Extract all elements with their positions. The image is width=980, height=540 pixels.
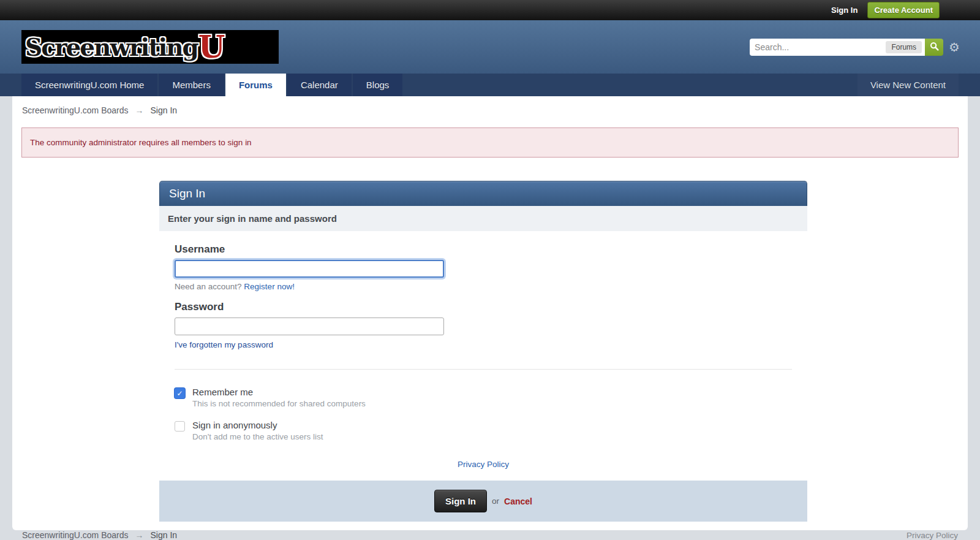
- sign-in-form: Username Need an account? Register now! …: [159, 231, 807, 469]
- footer-breadcrumb-arrow-icon: →: [135, 530, 144, 540]
- anonymous-row: Sign in anonymously Don't add me to the …: [175, 420, 792, 441]
- anonymous-label[interactable]: Sign in anonymously: [192, 420, 323, 430]
- username-label: Username: [175, 243, 792, 256]
- view-new-content-button[interactable]: View New Content: [858, 74, 959, 96]
- breadcrumb-current: Sign In: [151, 105, 178, 115]
- remember-me-label[interactable]: Remember me: [192, 387, 366, 397]
- form-footer-bar: Sign In or Cancel: [159, 481, 807, 522]
- or-text: or: [492, 496, 499, 506]
- panel-title: Sign In: [159, 181, 807, 206]
- cancel-link[interactable]: Cancel: [504, 496, 532, 506]
- nav-item-calendar[interactable]: Calendar: [287, 74, 352, 96]
- footer-privacy-policy-link[interactable]: Privacy Policy: [907, 531, 958, 540]
- logo-accent-letter: U: [198, 32, 225, 63]
- register-help-text: Need an account? Register now!: [175, 282, 792, 291]
- breadcrumb: ScreenwritingU.com Boards → Sign In: [12, 96, 968, 123]
- breadcrumb-root-link[interactable]: ScreenwritingU.com Boards: [22, 105, 129, 115]
- footer-breadcrumb-current: Sign In: [151, 530, 178, 540]
- privacy-policy-row: Privacy Policy: [175, 460, 792, 469]
- search-input[interactable]: [755, 42, 882, 52]
- primary-nav: ScreenwritingU.com Home Members Forums C…: [0, 74, 980, 96]
- search-scope-selector[interactable]: Forums: [886, 41, 922, 53]
- panel-subtitle: Enter your sign in name and password: [159, 206, 807, 231]
- footer-breadcrumb-root-link[interactable]: ScreenwritingU.com Boards: [22, 530, 129, 540]
- create-account-button[interactable]: Create Account: [867, 2, 940, 18]
- nav-item-blogs[interactable]: Blogs: [353, 74, 403, 96]
- site-header: Screenwriting U Forums ⚙: [0, 20, 980, 74]
- remember-me-row: ✓ Remember me This is not recommended fo…: [175, 387, 792, 408]
- remember-me-checkbox[interactable]: ✓: [175, 388, 185, 398]
- sign-in-submit-button[interactable]: Sign In: [434, 490, 487, 512]
- main-content: ScreenwritingU.com Boards → Sign In The …: [12, 96, 968, 530]
- breadcrumb-arrow-icon: →: [135, 105, 144, 115]
- logo-text: Screenwriting: [25, 33, 198, 61]
- nav-item-forums[interactable]: Forums: [225, 74, 286, 96]
- register-help-prefix: Need an account?: [175, 282, 242, 291]
- search-icon: [930, 42, 939, 53]
- nav-item-members[interactable]: Members: [159, 74, 224, 96]
- remember-me-description: This is not recommended for shared compu…: [192, 399, 366, 408]
- forgot-password-link[interactable]: I've forgotten my password: [175, 340, 273, 349]
- search-submit-button[interactable]: [925, 39, 943, 56]
- topbar-sign-in-link[interactable]: Sign In: [831, 6, 858, 15]
- search-box: Forums: [750, 39, 925, 56]
- anonymous-texts: Sign in anonymously Don't add me to the …: [192, 420, 323, 441]
- password-field[interactable]: [175, 318, 444, 335]
- register-now-link[interactable]: Register now!: [244, 282, 295, 291]
- nav-spacer: [404, 74, 858, 96]
- admin-notice-banner: The community administrator requires all…: [21, 127, 959, 158]
- page-footer: ScreenwritingU.com Boards → Sign In Priv…: [12, 522, 968, 540]
- nav-item-home[interactable]: ScreenwritingU.com Home: [21, 74, 157, 96]
- gear-icon[interactable]: ⚙: [949, 41, 960, 53]
- top-utility-bar: Sign In Create Account: [0, 0, 980, 20]
- anonymous-description: Don't add me to the active users list: [192, 432, 323, 441]
- footer-breadcrumb: ScreenwritingU.com Boards → Sign In: [22, 530, 177, 540]
- password-label: Password: [175, 301, 792, 313]
- site-logo[interactable]: Screenwriting U: [21, 30, 279, 64]
- remember-me-texts: Remember me This is not recommended for …: [192, 387, 366, 408]
- username-field[interactable]: [175, 260, 444, 278]
- sign-in-panel: Sign In Enter your sign in name and pass…: [159, 181, 807, 522]
- privacy-policy-link[interactable]: Privacy Policy: [458, 460, 509, 469]
- form-divider: [175, 369, 792, 370]
- anonymous-checkbox[interactable]: [175, 421, 185, 432]
- search-area: Forums ⚙: [750, 39, 960, 56]
